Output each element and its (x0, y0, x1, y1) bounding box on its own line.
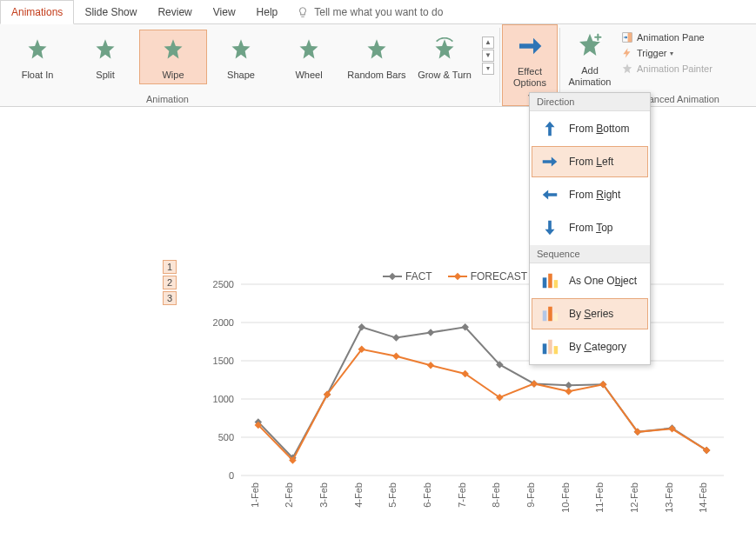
svg-rect-3 (543, 277, 547, 288)
tab-animations[interactable]: Animations (0, 0, 74, 24)
star-icon (297, 37, 321, 62)
menu-by-series[interactable]: By Series (532, 298, 648, 329)
svg-rect-61 (565, 388, 572, 395)
svg-rect-41 (358, 323, 365, 330)
star-icon (25, 37, 50, 62)
star-icon (229, 37, 253, 62)
svg-text:0: 0 (229, 470, 234, 481)
arrow-left-icon (540, 185, 559, 204)
svg-text:11-Feb: 11-Feb (594, 482, 605, 513)
svg-rect-4 (548, 274, 552, 289)
arrow-up-icon (540, 119, 559, 138)
menu-label: By Category (569, 341, 626, 353)
menu-label: As One Object (569, 275, 637, 287)
gallery-spinner: ▲ ▼ ▾ (482, 37, 494, 75)
svg-text:7-Feb: 7-Feb (457, 482, 467, 508)
animation-pane-label: Animation Pane (637, 32, 705, 43)
star-icon (93, 37, 117, 62)
menu-from-right[interactable]: From Right (532, 179, 648, 210)
tell-me-label: Tell me what you want to do (314, 6, 443, 18)
arrow-right-icon (516, 32, 544, 60)
animation-painter-button: Animation Painter (621, 61, 713, 76)
svg-text:9-Feb: 9-Feb (525, 482, 536, 508)
tab-review[interactable]: Review (147, 1, 202, 23)
svg-text:3-Feb: 3-Feb (318, 482, 329, 508)
ribbon-tabs: Animations Slide Show Review View Help T… (0, 0, 756, 24)
tab-help[interactable]: Help (246, 1, 289, 23)
group-label-animation: Animation (146, 94, 189, 104)
menu-as-one-object[interactable]: As One Object (532, 265, 648, 296)
bars-icon (540, 271, 559, 290)
lightbulb-icon (297, 6, 309, 18)
anim-tag[interactable]: 2 (163, 276, 177, 289)
add-animation-label: Add Animation (564, 65, 616, 88)
svg-text:10-Feb: 10-Feb (560, 482, 571, 513)
anim-grow-turn[interactable]: Grow & Turn (411, 30, 478, 84)
anim-label: Grow & Turn (413, 70, 476, 80)
svg-text:1500: 1500 (213, 356, 234, 366)
dropdown-section-sequence: Sequence (530, 245, 650, 263)
arrow-down-icon (540, 218, 559, 237)
anim-shape[interactable]: Shape (207, 30, 275, 84)
menu-from-bottom[interactable]: From Bottom (532, 113, 648, 144)
star-icon (432, 37, 457, 62)
svg-rect-11 (554, 346, 559, 354)
anim-label: Random Bars (345, 70, 408, 80)
svg-rect-56 (392, 352, 399, 359)
effect-options-label: Effect Options (505, 66, 555, 89)
menu-label: From Top (569, 222, 612, 234)
bars-category-icon (540, 337, 559, 356)
bars-series-icon (540, 304, 559, 323)
gallery-down-icon[interactable]: ▼ (482, 50, 494, 62)
svg-text:5-Feb: 5-Feb (387, 482, 398, 508)
star-icon (365, 37, 389, 62)
svg-rect-9 (543, 343, 547, 354)
menu-from-left[interactable]: From Left (532, 146, 648, 177)
svg-rect-60 (531, 380, 538, 387)
chart[interactable]: 050010001500200025001-Feb2-Feb3-Feb4-Feb… (197, 267, 737, 536)
anim-label: Float In (6, 70, 69, 80)
animation-gallery: Float In Split Wipe Shape Wheel Random B… (0, 24, 498, 106)
anim-tag[interactable]: 1 (163, 260, 177, 274)
svg-rect-42 (392, 334, 399, 341)
menu-label: From Right (569, 189, 620, 201)
menu-by-category[interactable]: By Category (532, 331, 648, 362)
animation-pane-button[interactable]: Animation Pane (621, 30, 713, 45)
anim-wipe[interactable]: Wipe (139, 30, 207, 84)
anim-label: Wheel (278, 70, 340, 80)
menu-label: From Left (569, 156, 613, 168)
anim-float-in[interactable]: Float In (3, 30, 71, 84)
painter-icon (621, 63, 633, 75)
gallery-up-icon[interactable]: ▲ (482, 37, 494, 49)
menu-label: From Bottom (569, 123, 629, 135)
anim-random-bars[interactable]: Random Bars (343, 30, 411, 84)
svg-text:12-Feb: 12-Feb (629, 482, 639, 513)
svg-text:2-Feb: 2-Feb (284, 482, 294, 508)
anim-order-tags: 1 2 3 (163, 260, 177, 305)
svg-rect-43 (427, 329, 434, 336)
anim-wheel[interactable]: Wheel (275, 30, 343, 84)
svg-rect-2 (628, 33, 632, 43)
tab-view[interactable]: View (203, 1, 246, 23)
svg-text:13-Feb: 13-Feb (664, 482, 674, 513)
svg-text:6-Feb: 6-Feb (422, 482, 432, 508)
anim-tag[interactable]: 3 (163, 291, 177, 305)
menu-from-top[interactable]: From Top (532, 212, 648, 243)
menu-label: By Series (569, 308, 613, 320)
svg-text:2000: 2000 (213, 317, 234, 328)
svg-text:1000: 1000 (213, 394, 234, 404)
svg-rect-6 (543, 310, 547, 321)
tell-me-box[interactable]: Tell me what you want to do (288, 6, 452, 18)
pane-icon (621, 31, 633, 43)
effect-options-dropdown: Direction From Bottom From Left From Rig… (529, 92, 651, 365)
tab-slide-show[interactable]: Slide Show (74, 1, 147, 23)
svg-rect-57 (427, 362, 434, 369)
trigger-label: Trigger (637, 48, 666, 58)
trigger-button[interactable]: Trigger ▾ (621, 45, 713, 61)
svg-rect-5 (554, 280, 559, 288)
gallery-more-icon[interactable]: ▾ (482, 63, 494, 75)
anim-split[interactable]: Split (71, 30, 139, 84)
svg-text:8-Feb: 8-Feb (491, 482, 501, 508)
svg-text:1-Feb: 1-Feb (250, 482, 260, 508)
star-plus-icon (576, 31, 604, 59)
